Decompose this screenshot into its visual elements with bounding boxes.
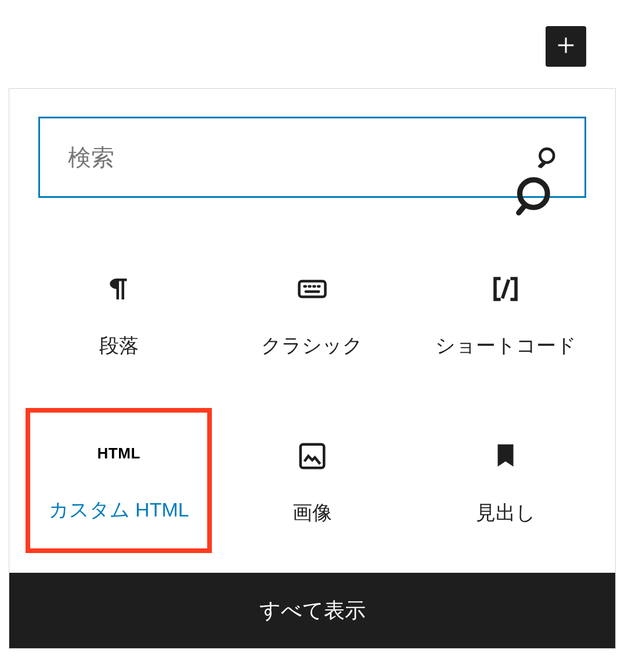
search-input[interactable]: [68, 144, 536, 171]
block-label: 見出し: [476, 500, 536, 526]
search-box[interactable]: [38, 117, 586, 198]
paragraph-icon: [103, 273, 135, 305]
plus-icon: [554, 34, 578, 59]
block-label: カスタム HTML: [49, 497, 189, 523]
block-label: 段落: [99, 333, 139, 359]
svg-rect-2: [299, 281, 325, 297]
block-paragraph[interactable]: 段落: [22, 233, 215, 400]
block-label: 画像: [293, 500, 332, 526]
search-icon: [536, 144, 561, 170]
block-classic[interactable]: クラシック: [215, 233, 409, 400]
image-icon: [297, 440, 328, 472]
shortcode-icon: [490, 273, 521, 305]
svg-point-0: [540, 149, 554, 162]
keyboard-icon: [297, 273, 328, 305]
show-all-button[interactable]: すべて表示: [9, 573, 615, 648]
block-image[interactable]: 画像: [215, 400, 409, 567]
block-heading[interactable]: 見出し: [409, 400, 602, 567]
block-shortcode[interactable]: ショートコード: [409, 233, 602, 400]
block-custom-html[interactable]: HTML カスタム HTML: [26, 408, 212, 553]
block-grid: 段落 クラシック ショートコード HTML カスタム HTM: [9, 198, 615, 573]
block-label: ショートコード: [435, 333, 576, 359]
block-label: クラシック: [261, 333, 363, 359]
svg-rect-3: [301, 445, 324, 468]
html-icon: HTML: [98, 438, 140, 469]
bookmark-icon: [490, 440, 521, 472]
block-inserter-popover: 段落 クラシック ショートコード HTML カスタム HTM: [9, 88, 616, 649]
add-block-button[interactable]: [546, 26, 586, 67]
search-container: [9, 89, 615, 198]
show-all-label: すべて表示: [259, 597, 366, 625]
